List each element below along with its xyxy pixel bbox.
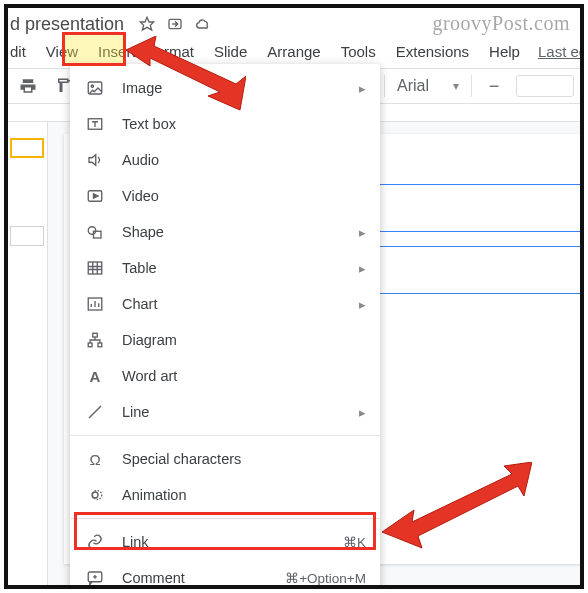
submenu-arrow-icon: ▸ (359, 405, 366, 420)
diagram-icon (84, 331, 106, 349)
slide-thumbnail[interactable] (10, 138, 44, 158)
menu-tools[interactable]: Tools (331, 40, 386, 63)
submenu-arrow-icon: ▸ (359, 261, 366, 276)
decrease-icon[interactable]: − (480, 72, 508, 100)
omega-icon: Ω (84, 451, 106, 468)
move-icon[interactable] (166, 15, 184, 33)
menu-item-special-characters[interactable]: Ω Special characters (70, 441, 380, 477)
menu-item-video[interactable]: Video (70, 178, 380, 214)
menu-item-textbox[interactable]: Text box (70, 106, 380, 142)
svg-marker-8 (94, 194, 99, 199)
menu-bar: dit View Insert ormat Slide Arrange Tool… (8, 38, 580, 64)
shape-icon (84, 223, 106, 241)
menu-insert[interactable]: Insert (88, 40, 146, 63)
menu-view[interactable]: View (36, 40, 88, 63)
separator (384, 75, 385, 97)
menu-divider (70, 518, 380, 519)
animation-icon (84, 486, 106, 504)
slide-thumbnail[interactable] (10, 226, 44, 246)
table-icon (84, 259, 106, 277)
menu-item-diagram[interactable]: Diagram (70, 322, 380, 358)
link-icon (84, 533, 106, 551)
chart-icon (84, 295, 106, 313)
image-icon (84, 79, 106, 97)
menu-item-shape[interactable]: Shape ▸ (70, 214, 380, 250)
menu-item-wordart[interactable]: A Word art (70, 358, 380, 394)
shortcut-label: ⌘K (343, 534, 366, 550)
submenu-arrow-icon: ▸ (359, 81, 366, 96)
menu-item-animation[interactable]: Animation (70, 477, 380, 513)
svg-rect-15 (98, 343, 102, 347)
submenu-arrow-icon: ▸ (359, 225, 366, 240)
menu-help[interactable]: Help (479, 40, 530, 63)
svg-rect-13 (93, 333, 98, 337)
line-icon (84, 403, 106, 421)
submenu-arrow-icon: ▸ (359, 297, 366, 312)
menu-edit[interactable]: dit (8, 40, 36, 63)
separator (471, 75, 472, 97)
last-edit-link[interactable]: Last edit was sec (538, 43, 584, 60)
svg-marker-0 (140, 17, 153, 30)
svg-point-5 (91, 85, 93, 87)
menu-item-audio[interactable]: Audio (70, 142, 380, 178)
font-selector[interactable]: Arial▾ (393, 77, 463, 95)
wordart-icon: A (84, 368, 106, 385)
shortcut-label: ⌘+Option+M (285, 570, 366, 586)
star-icon[interactable] (138, 15, 156, 33)
svg-point-9 (88, 227, 96, 235)
svg-rect-14 (88, 343, 92, 347)
print-icon[interactable] (14, 72, 42, 100)
doc-title[interactable]: d presentation (10, 14, 124, 35)
menu-item-link[interactable]: Link ⌘K (70, 524, 380, 560)
menu-item-chart[interactable]: Chart ▸ (70, 286, 380, 322)
insert-menu-dropdown: Image ▸ Text box Audio Video Shape ▸ Tab… (70, 64, 380, 589)
audio-icon (84, 151, 106, 169)
cloud-icon[interactable] (194, 15, 212, 33)
watermark: groovyPost.com (432, 12, 570, 35)
textbox-icon (84, 115, 106, 133)
menu-item-table[interactable]: Table ▸ (70, 250, 380, 286)
menu-item-comment[interactable]: Comment ⌘+Option+M (70, 560, 380, 589)
comment-icon (84, 569, 106, 587)
menu-slide[interactable]: Slide (204, 40, 257, 63)
menu-divider (70, 435, 380, 436)
svg-rect-11 (88, 262, 102, 274)
menu-item-image[interactable]: Image ▸ (70, 70, 380, 106)
menu-item-line[interactable]: Line ▸ (70, 394, 380, 430)
fontsize-input[interactable] (516, 75, 574, 97)
menu-format[interactable]: ormat (146, 40, 204, 63)
menu-arrange[interactable]: Arrange (257, 40, 330, 63)
menu-extensions[interactable]: Extensions (386, 40, 479, 63)
video-icon (84, 187, 106, 205)
slide-panel (8, 122, 48, 585)
